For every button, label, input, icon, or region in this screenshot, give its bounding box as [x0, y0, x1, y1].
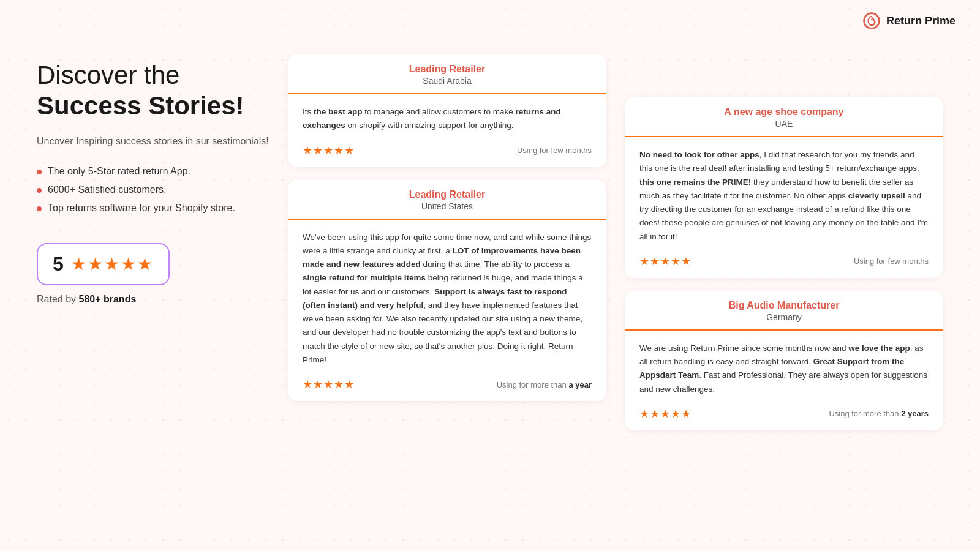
right-column: A new age shoe company UAE No need to lo… — [625, 48, 943, 533]
card-using-2: Using for more than a year — [497, 380, 592, 389]
card-header-3: A new age shoe company UAE — [625, 97, 943, 137]
card-using-4: Using for more than 2 years — [829, 409, 929, 418]
card-company-3: A new age shoe company — [639, 107, 929, 118]
card-company: Leading Retailer — [303, 64, 592, 75]
card-location-4: Germany — [639, 312, 929, 322]
card-stars-4: ★★★★★ — [639, 407, 692, 421]
card-location-3: UAE — [639, 119, 929, 129]
subtitle-text: Uncover Inspiring success stories in sur… — [37, 134, 270, 149]
list-item: Top returns software for your Shopify st… — [37, 203, 270, 214]
review-card-4: Big Audio Manufacturer Germany We are us… — [625, 290, 943, 430]
review-card-1: Leading Retailer Saudi Arabia Its the be… — [288, 54, 606, 167]
card-location-2: United States — [303, 201, 592, 211]
bullet-dot — [37, 170, 42, 174]
card-footer-2: ★★★★★ Using for more than a year — [288, 378, 606, 401]
logo-icon — [862, 11, 881, 31]
rating-number: 5 — [53, 253, 64, 276]
card-using-1: Using for few months — [517, 146, 592, 155]
rated-by: Rated by 580+ brands — [37, 294, 270, 305]
card-body-1: Its the best app to manage and allow cus… — [288, 94, 606, 144]
card-body-3: No need to look for other apps, I did th… — [625, 137, 943, 255]
logo: Return Prime — [862, 11, 956, 31]
card-header-2: Leading Retailer United States — [288, 179, 606, 220]
list-item: The only 5-Star rated return App. — [37, 166, 270, 177]
card-footer-4: ★★★★★ Using for more than 2 years — [625, 407, 943, 430]
rating-stars: ★★★★★ — [71, 254, 154, 274]
discover-text: Discover the — [37, 60, 270, 91]
card-stars-2: ★★★★★ — [303, 378, 355, 391]
card-body-2: We've been using this app for quite some… — [288, 220, 606, 378]
bullet-dot — [37, 188, 42, 193]
card-stars-3: ★★★★★ — [639, 255, 692, 268]
card-text-2: We've been using this app for quite some… — [303, 231, 592, 367]
middle-column: Leading Retailer Saudi Arabia Its the be… — [288, 48, 606, 533]
card-text-3: No need to look for other apps, I did th… — [639, 148, 929, 244]
card-company-4: Big Audio Manufacturer — [639, 300, 929, 311]
logo-text: Return Prime — [886, 15, 956, 28]
bullet-text: Top returns software for your Shopify st… — [48, 203, 235, 214]
review-card-2: Leading Retailer United States We've bee… — [288, 179, 606, 402]
success-text: Success Stories! — [37, 91, 270, 121]
bullet-text: 6000+ Satisfied customers. — [48, 184, 166, 195]
bullet-list: The only 5-Star rated return App. 6000+ … — [37, 166, 270, 214]
card-company-2: Leading Retailer — [303, 189, 592, 200]
card-text-4: We are using Return Prime since some mon… — [639, 342, 929, 396]
card-body-4: We are using Return Prime since some mon… — [625, 331, 943, 407]
review-card-3: A new age shoe company UAE No need to lo… — [625, 97, 943, 278]
list-item: 6000+ Satisfied customers. — [37, 184, 270, 195]
card-location: Saudi Arabia — [303, 76, 592, 86]
svg-point-0 — [864, 13, 880, 29]
card-header-1: Leading Retailer Saudi Arabia — [288, 54, 606, 94]
rated-brands: 580+ brands — [78, 294, 136, 304]
card-footer-1: ★★★★★ Using for few months — [288, 144, 606, 167]
bullet-dot — [37, 206, 42, 211]
headline: Discover the Success Stories! — [37, 60, 270, 122]
card-stars-1: ★★★★★ — [303, 144, 355, 157]
card-text-1: Its the best app to manage and allow cus… — [303, 105, 592, 133]
rating-box: 5 ★★★★★ — [37, 243, 170, 285]
left-column: Discover the Success Stories! Uncover In… — [37, 48, 270, 533]
card-using-3: Using for few months — [854, 257, 929, 266]
card-footer-3: ★★★★★ Using for few months — [625, 255, 943, 278]
card-header-4: Big Audio Manufacturer Germany — [625, 290, 943, 331]
bullet-text: The only 5-Star rated return App. — [48, 166, 190, 177]
